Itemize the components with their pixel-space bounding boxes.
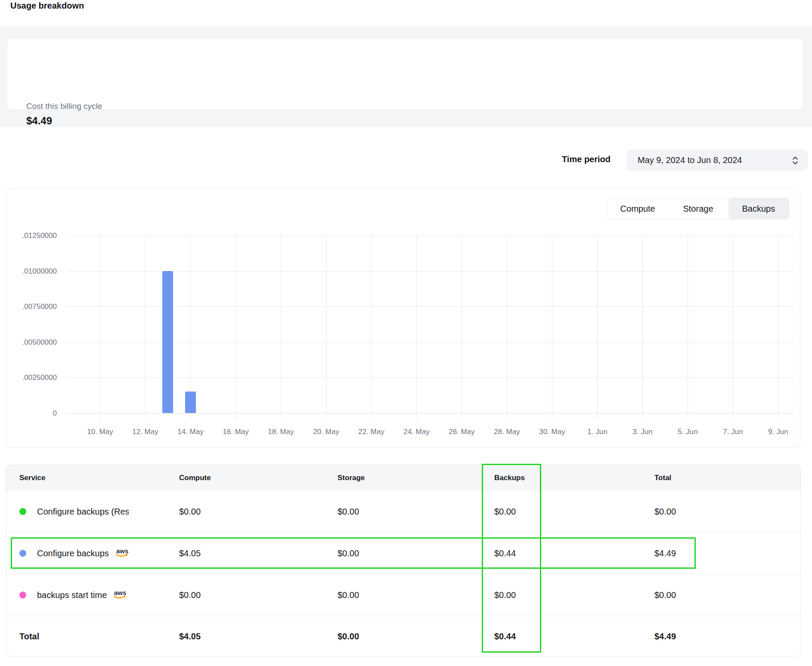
usage-chart-card <box>6 188 800 447</box>
x-axis-tick-label: 9. Jun <box>756 428 801 436</box>
tab-storage[interactable]: Storage <box>668 198 728 219</box>
x-axis-tick-label: 16. May <box>213 428 258 436</box>
series-color-dot <box>19 592 26 598</box>
table-row-3: backups start timeaws $0.00$0.00$0.00$0.… <box>6 574 800 616</box>
cell-total: $0.00 <box>654 574 676 616</box>
cell-backups: $0.00 <box>494 574 516 616</box>
x-axis-tick-label: 5. Jun <box>665 428 710 436</box>
cell-storage: $0.00 <box>338 533 359 574</box>
x-gridline <box>688 235 688 419</box>
column-header-service: Service <box>19 465 46 490</box>
cell-compute: $4.05 <box>179 533 201 574</box>
y-axis-tick-label: .00500000 <box>5 338 57 347</box>
y-axis-tick-label: .01000000 <box>5 267 57 276</box>
x-axis-tick-label: 26. May <box>439 428 484 436</box>
x-axis-tick-label: 7. Jun <box>710 428 756 436</box>
cell-storage: $0.00 <box>338 491 359 532</box>
x-gridline <box>733 235 733 419</box>
x-gridline <box>281 235 281 419</box>
series-color-dot <box>19 550 26 557</box>
x-axis-tick-label: 1. Jun <box>575 428 620 436</box>
x-axis-tick-label: 30. May <box>530 428 575 436</box>
total-label: Total <box>19 616 39 657</box>
y-gridline <box>67 235 794 236</box>
x-axis-tick-label: 14. May <box>168 428 213 436</box>
cell-total: $4.49 <box>654 533 676 574</box>
x-gridline <box>416 235 417 419</box>
x-axis-tick-label: 10. May <box>77 428 123 436</box>
total-cell-storage: $0.00 <box>338 616 359 657</box>
x-gridline <box>236 235 236 419</box>
y-gridline <box>67 413 794 413</box>
x-axis-tick-label: 12. May <box>123 428 168 436</box>
series-color-dot <box>19 508 26 515</box>
page-title: Usage breakdown <box>10 1 84 11</box>
chart-bar-14--may[interactable] <box>185 392 196 413</box>
x-gridline <box>778 235 778 419</box>
table-row-2: Configure backupsaws $4.05$0.00$0.44$4.4… <box>6 532 800 574</box>
tab-backups[interactable]: Backups <box>728 198 789 219</box>
service-cell: backups start timeaws <box>19 574 161 616</box>
y-gridline <box>67 271 794 271</box>
y-gridline <box>67 342 794 342</box>
y-axis-tick-label: .00250000 <box>5 373 57 382</box>
x-axis-tick-label: 20. May <box>304 428 349 436</box>
cell-backups: $0.44 <box>494 533 516 574</box>
y-gridline <box>67 306 794 307</box>
updown-chevron-icon <box>792 156 799 165</box>
time-period-label: Time period <box>508 154 611 164</box>
column-header-compute: Compute <box>179 465 211 490</box>
x-axis-tick-label: 22. May <box>349 428 394 436</box>
service-name: Configure backups <box>37 549 109 558</box>
tab-compute[interactable]: Compute <box>607 198 668 219</box>
billing-cost-card: Cost this billing cycle $4.49 <box>7 38 803 110</box>
y-axis-tick-label: 0 <box>5 409 57 418</box>
total-cell-backups: $0.44 <box>494 616 516 657</box>
usage-table-card: ServiceComputeStorageBackupsTotalConfigu… <box>6 465 801 657</box>
y-axis-tick-label: .00750000 <box>5 302 57 311</box>
x-gridline <box>371 235 372 419</box>
y-gridline <box>67 377 794 378</box>
x-axis-tick-label: 18. May <box>258 428 304 436</box>
x-gridline <box>462 235 462 419</box>
x-gridline <box>597 235 598 419</box>
billing-cost-label: Cost this billing cycle <box>26 102 102 111</box>
svg-text:aws: aws <box>114 589 126 596</box>
cell-total: $0.00 <box>654 491 676 532</box>
cell-compute: $0.00 <box>179 574 201 616</box>
chart-metric-tabs: ComputeStorageBackups <box>607 198 789 219</box>
usage-breakdown-page: Usage breakdown Cost this billing cycle … <box>0 0 812 666</box>
service-cell: Configure backupsaws <box>19 533 161 574</box>
service-name: backups start time <box>37 590 107 600</box>
x-gridline <box>326 235 326 419</box>
cell-backups: $0.00 <box>494 491 516 532</box>
x-gridline <box>145 235 146 419</box>
time-period-select[interactable]: May 9, 2024 to Jun 8, 2024 <box>627 150 808 171</box>
y-axis-tick-label: .01250000 <box>5 231 57 240</box>
column-header-storage: Storage <box>338 465 365 490</box>
service-name: Configure backups (Resto <box>37 507 129 517</box>
service-cell: Configure backups (Resto <box>19 491 161 532</box>
x-gridline <box>642 235 643 419</box>
aws-logo-icon: aws <box>113 589 128 601</box>
total-cell-compute: $4.05 <box>179 616 201 657</box>
time-period-value: May 9, 2024 to Jun 8, 2024 <box>638 155 792 165</box>
cell-storage: $0.00 <box>338 574 359 616</box>
column-header-backups: Backups <box>494 465 525 490</box>
table-header-row: ServiceComputeStorageBackupsTotal <box>6 465 800 490</box>
chart-bar-13--may[interactable] <box>162 271 173 413</box>
x-gridline <box>552 235 552 419</box>
table-row-1: Configure backups (Resto$0.00$0.00$0.00$… <box>6 490 800 532</box>
x-axis-tick-label: 24. May <box>394 428 439 436</box>
svg-text:aws: aws <box>116 548 128 555</box>
table-total-row: Total$4.05$0.00$0.44$4.49 <box>6 616 800 657</box>
billing-cost-value: $4.49 <box>26 115 52 127</box>
cell-compute: $0.00 <box>179 491 201 532</box>
total-cell-total: $4.49 <box>654 616 676 657</box>
column-header-total: Total <box>654 465 671 490</box>
x-axis-tick-label: 28. May <box>484 428 530 436</box>
x-gridline <box>507 235 507 419</box>
aws-logo-icon: aws <box>115 548 130 559</box>
x-gridline <box>100 235 100 419</box>
x-axis-tick-label: 3. Jun <box>620 428 665 436</box>
